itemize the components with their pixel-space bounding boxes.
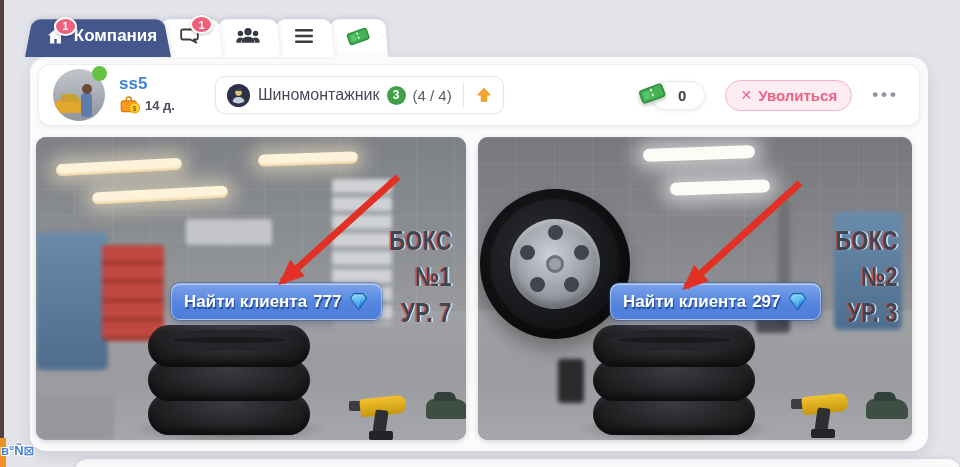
gem-icon: [787, 291, 808, 312]
up-arrow-icon[interactable]: [475, 86, 493, 104]
tab-staff[interactable]: [216, 15, 280, 57]
tab-company-label: Компания: [74, 26, 157, 46]
money-bag-icon: $: [119, 95, 141, 115]
close-icon: ✕: [740, 87, 752, 103]
ticket-icon: [637, 78, 667, 108]
corner-debug-text: в°Ñ⊠: [1, 443, 34, 458]
next-card-edge: [75, 459, 960, 467]
toy-car: [426, 399, 466, 419]
find-client-cost: 777: [313, 292, 341, 312]
box-1-title: БОКС №1 УР. 7: [390, 223, 452, 331]
online-status-dot: [92, 66, 107, 81]
drill: [354, 393, 414, 440]
more-options-button[interactable]: •••: [866, 81, 905, 109]
tickets-counter: 0: [651, 81, 705, 110]
ticket-icon: [345, 23, 371, 49]
garage-box-2-photo: БОКС №2 УР. 3 Найти клиента 297: [478, 137, 912, 440]
find-client-cost: 297: [752, 292, 780, 312]
find-client-label: Найти клиента: [623, 292, 746, 312]
svg-text:$: $: [133, 105, 137, 113]
tire-machine: [36, 232, 108, 370]
floor-object: [558, 359, 584, 403]
tire-stack: [148, 325, 313, 440]
job-badge: Шиномонтажник 3 (4 / 4): [215, 76, 504, 114]
wheel-with-rim: [480, 189, 630, 339]
staff-slots: (4 / 4): [413, 87, 452, 104]
find-client-button-box1[interactable]: Найти клиента 777: [171, 283, 382, 320]
gem-icon: [348, 291, 369, 312]
list-icon: [292, 24, 316, 48]
tab-tasks[interactable]: [274, 15, 334, 57]
box-2-title: БОКС №2 УР. 3: [836, 223, 898, 331]
tab-tickets[interactable]: [328, 15, 388, 57]
company-panel: ss5 $ 14 д. Шиномонтажник 3 (4 / 4): [30, 57, 928, 451]
toy-car: [866, 399, 908, 419]
tire-stack: [593, 325, 758, 440]
job-level-badge: 3: [387, 86, 406, 105]
page-edge-strip: [0, 0, 4, 438]
worker-icon: [226, 83, 251, 108]
shelf-boxes: [186, 219, 272, 245]
company-notification-badge: 1: [54, 17, 77, 36]
find-client-button-box2[interactable]: Найти клиента 297: [610, 283, 821, 320]
find-client-label: Найти клиента: [184, 292, 307, 312]
parts-tray: [36, 395, 114, 440]
job-title: Шиномонтажник: [258, 86, 380, 104]
contract-days: 14 д.: [145, 98, 175, 113]
tab-company[interactable]: 1 Компания: [25, 15, 171, 57]
quit-button-label: Уволиться: [758, 87, 837, 104]
username-link[interactable]: ss5: [119, 75, 175, 92]
employee-row: ss5 $ 14 д. Шиномонтажник 3 (4 / 4): [38, 64, 920, 126]
quit-button[interactable]: ✕ Уволиться: [725, 80, 852, 111]
people-icon: [235, 23, 261, 49]
drill: [796, 391, 856, 439]
garage-box-1-photo: БОКС №1 УР. 7 Найти клиента 777: [36, 137, 466, 440]
chat-notification-badge: 1: [190, 15, 213, 34]
